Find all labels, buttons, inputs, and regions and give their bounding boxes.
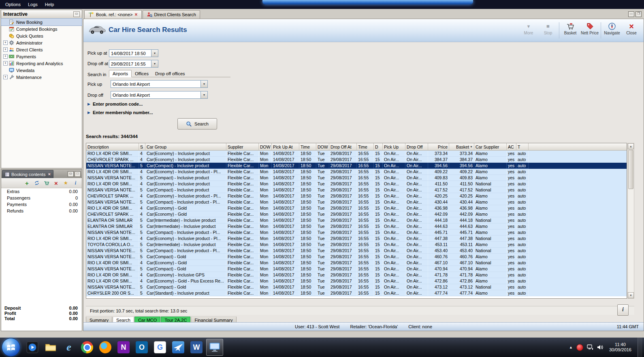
booking-row-payments[interactable]: Payments0.00 — [1, 201, 82, 208]
column-header-d-10[interactable]: D — [374, 143, 383, 150]
firefox-icon[interactable] — [97, 339, 114, 356]
booking-row-passengers[interactable]: Passengers0 — [1, 195, 82, 201]
table-row[interactable]: RIO LX 4DR OR SIMI...4Car(Economy) - Gol… — [86, 278, 627, 284]
column-header-supplier-3[interactable]: Supplier — [226, 143, 259, 150]
table-row[interactable]: NISSAN VERSA NOTE...5Car(Compact) - Gold… — [86, 254, 627, 260]
sidebar-item-maintenance[interactable]: +Maintenance — [1, 74, 82, 81]
column-header-t-17[interactable]: T — [516, 143, 529, 150]
word-icon[interactable]: W — [188, 339, 205, 356]
table-row[interactable]: ELANTRA OR SIMILAR5Car(Intermediate) - I… — [86, 223, 627, 230]
chevron-down-icon[interactable]: ▼ — [200, 81, 207, 87]
close-button[interactable]: ×Close — [622, 21, 641, 35]
table-row[interactable]: NISSAN VERSA NOTE...5Car(Compact) - Gold… — [86, 284, 627, 290]
chevron-down-icon[interactable]: ▼ — [151, 50, 158, 57]
table-row[interactable]: CHEVROLET SPARK ...4Car(Economy) - Inclu… — [86, 193, 627, 199]
expand-icon[interactable]: + — [3, 40, 8, 45]
taskbar-clock[interactable]: 11:40 30/09/2016 — [609, 342, 631, 353]
scroll-up-icon[interactable]: ▲ — [628, 143, 634, 149]
panel-maximize-button[interactable]: □ — [75, 171, 81, 177]
refresh-icon[interactable] — [34, 180, 40, 186]
column-header-dow-4[interactable]: DOW — [259, 143, 272, 150]
sidebar-item-administrator[interactable]: +Administrator — [1, 39, 82, 46]
basket-button[interactable]: Basket — [561, 21, 580, 35]
table-row[interactable]: NISSAN VERSA NOTE...5Car(Compact) - Incl… — [86, 163, 627, 169]
tab-direct-clients-search[interactable]: Direct Clients Search — [143, 10, 200, 19]
column-header-time-9[interactable]: Time — [357, 143, 374, 150]
transfer-icon[interactable] — [43, 180, 49, 186]
scroll-down-icon[interactable]: ▼ — [628, 292, 634, 298]
panel-collapse-button[interactable]: ▭ — [73, 11, 80, 17]
sidebar-item-viewdata[interactable]: Viewdata — [1, 67, 82, 74]
sidebar-item-direct-clients[interactable]: +Direct Clients — [1, 46, 82, 53]
tray-expand-icon[interactable]: ▲ — [569, 345, 573, 349]
membership-number-expander[interactable]: ▶ Enter membership number... — [87, 110, 153, 115]
wizard-icon[interactable]: ★ — [63, 180, 69, 186]
column-header-car-group-2[interactable]: Car Group — [145, 143, 226, 150]
close-icon[interactable]: × — [48, 172, 50, 176]
chevron-down-icon[interactable]: ▼ — [200, 91, 207, 98]
media-player-icon[interactable] — [24, 339, 41, 356]
booking-row-refunds[interactable]: Refunds0.00 — [1, 208, 82, 214]
ie-icon[interactable]: e — [60, 339, 77, 356]
column-header-s-1[interactable]: S — [139, 143, 145, 150]
network-icon[interactable] — [587, 344, 593, 350]
table-row[interactable]: RIO LX 4DR OR SIMI...4Car(Economy) - Inc… — [86, 236, 627, 242]
menu-item-options[interactable]: Options — [2, 1, 24, 8]
table-row[interactable]: CHRYSLER 200 OR S...5Car(Standard) - Inc… — [86, 290, 627, 296]
navigate-button[interactable]: Navigate — [602, 21, 622, 35]
table-row[interactable]: NISSAN VERSA NOTE...5Car(Compact) - Incl… — [86, 187, 627, 193]
table-row[interactable]: RIO LX 4DR OR SIMI...4Car(Economy) - Inc… — [86, 272, 627, 278]
expand-icon[interactable]: + — [3, 54, 8, 59]
table-row[interactable]: CHEVROLET SPARK ...4Car(Economy) - GoldF… — [86, 211, 627, 217]
window-minimize-button[interactable]: — — [628, 11, 634, 17]
pickup-at-field[interactable]: 14/08/2017 18:50 ▼ — [109, 49, 158, 57]
column-header-pick-up-at-5[interactable]: Pick Up At — [272, 143, 299, 150]
explorer-icon[interactable] — [42, 339, 59, 356]
expand-icon[interactable]: + — [3, 75, 8, 79]
menu-item-help[interactable]: Help — [41, 1, 58, 8]
table-row[interactable]: RIO LX 4DR OR SIMI...4Car(Economy) - Inc… — [86, 169, 627, 175]
column-header-dow-7[interactable]: DOW — [316, 143, 329, 150]
sidebar-item-new-booking[interactable]: New Booking — [1, 19, 82, 26]
onenote-icon[interactable]: N — [115, 339, 132, 356]
column-header-ac-16[interactable]: AC — [507, 143, 516, 150]
column-header-price-13[interactable]: Price — [428, 143, 449, 150]
scrollbar-thumb[interactable] — [628, 150, 633, 189]
start-button[interactable] — [2, 338, 20, 357]
table-row[interactable]: NISSAN VERSA NOTE...5Car(Compact) - Gold… — [86, 266, 627, 272]
outlook-icon[interactable]: O — [133, 339, 150, 356]
vertical-scrollbar[interactable]: ▲ ▼ — [627, 143, 634, 299]
chevron-down-icon[interactable]: ▼ — [151, 60, 158, 67]
table-row[interactable]: NISSAN VERSA NOTE...5Car(Compact) - Incl… — [86, 248, 627, 254]
column-header-drop-off-at-8[interactable]: Drop Off At — [329, 143, 357, 150]
booking-contents-tab[interactable]: Booking contents × — [2, 170, 53, 178]
nett-price-button[interactable]: Nett Price — [580, 21, 599, 35]
booking-row-extras[interactable]: Extras0.00 — [1, 188, 82, 195]
notification-icon[interactable] — [576, 344, 583, 351]
sidebar-item-payments[interactable]: +Payments — [1, 53, 82, 60]
travel-app-icon[interactable] — [170, 339, 187, 356]
search-button[interactable]: Search — [177, 118, 217, 130]
table-row[interactable]: RIO LX 4DR OR SIMI...4Car(Economy) - Inc… — [86, 151, 627, 157]
chrome-icon[interactable] — [79, 339, 96, 356]
table-row[interactable]: NISSAN VERSA NOTE...5Car(Compact) - Incl… — [86, 175, 627, 181]
info-button[interactable]: i — [617, 304, 629, 316]
dropoff-at-field[interactable]: 29/08/2017 16:55 ▼ — [109, 60, 158, 68]
column-header-time-6[interactable]: Time — [299, 143, 316, 150]
column-header-car-supplier-15[interactable]: Car Supplier — [474, 143, 507, 150]
search-in-tab-airports[interactable]: Airports — [109, 70, 132, 77]
dropoff-combobox[interactable]: Orlando Intl Airport ▼ — [111, 91, 208, 99]
expand-icon[interactable]: + — [3, 61, 8, 66]
column-header-basket-14[interactable]: Basket▼ — [449, 143, 474, 150]
table-row[interactable]: RIO LX 4DR OR SIMI...4Car(Economy) - Gol… — [86, 260, 627, 266]
info-icon[interactable]: i — [73, 180, 79, 186]
pickup-combobox[interactable]: Orlando Intl Airport ▼ — [111, 80, 208, 88]
table-row[interactable]: RIO LX 4DR OR SIMI...4Car(Economy) - Gol… — [86, 205, 627, 211]
menu-item-logs[interactable]: Logs — [24, 1, 41, 8]
tab-book-ref-none[interactable]: Book. ref.: <none>× — [84, 10, 142, 19]
expand-icon[interactable]: + — [3, 47, 8, 52]
column-header-description-0[interactable]: Description — [86, 143, 139, 150]
table-row[interactable]: NISSAN VERSA NOTE...5Car(Compact) - Incl… — [86, 199, 627, 205]
column-header-pick-up-11[interactable]: Pick Up — [383, 143, 405, 150]
table-row[interactable]: NISSAN VERSA NOTE...5Car(Compact) - Incl… — [86, 230, 627, 236]
